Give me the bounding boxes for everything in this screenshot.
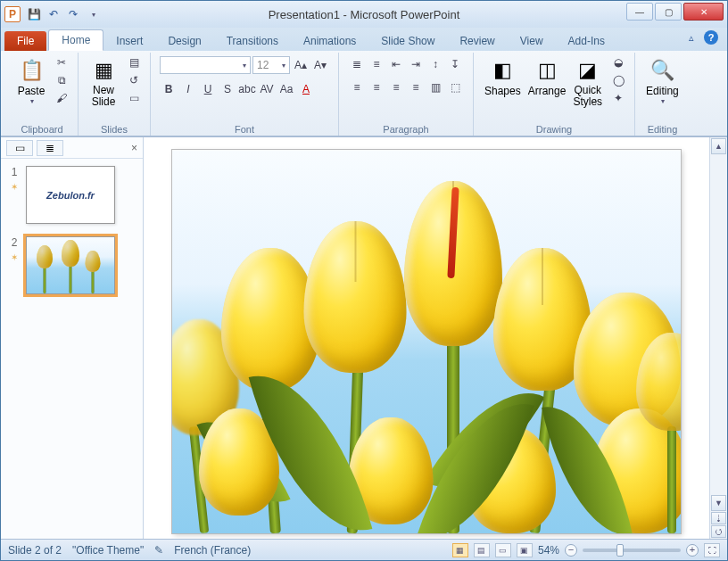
slide-area: ▲ ▼ ⭭ ⭯ xyxy=(144,137,727,539)
thumb-image[interactable]: Zebulon.fr xyxy=(26,166,115,224)
indent-inc-icon[interactable]: ⇥ xyxy=(407,56,425,72)
redo-icon[interactable]: ↷ xyxy=(65,6,81,22)
maximize-button[interactable]: ▢ xyxy=(655,3,682,21)
shape-effects-icon[interactable]: ✦ xyxy=(609,90,627,106)
scroll-track[interactable] xyxy=(711,155,726,476)
font-color-button[interactable]: A xyxy=(297,81,315,97)
align-right-icon[interactable]: ≡ xyxy=(387,79,405,95)
zoom-percent[interactable]: 54% xyxy=(538,544,559,557)
italic-button[interactable]: I xyxy=(179,81,197,97)
bullets-icon[interactable]: ≣ xyxy=(348,56,366,72)
justify-icon[interactable]: ≡ xyxy=(407,79,425,95)
align-left-icon[interactable]: ≡ xyxy=(348,79,366,95)
scroll-up-icon[interactable]: ▲ xyxy=(711,138,726,154)
shadow-button[interactable]: abc xyxy=(238,81,256,97)
underline-button[interactable]: U xyxy=(199,81,217,97)
cut-icon[interactable]: ✂ xyxy=(53,54,70,70)
vertical-scrollbar[interactable]: ▲ ▼ ⭭ ⭯ xyxy=(709,137,727,539)
group-editing: 🔍 Editing ▾ Editing xyxy=(635,53,690,136)
line-spacing-icon[interactable]: ↕ xyxy=(426,56,444,72)
indent-dec-icon[interactable]: ⇤ xyxy=(387,56,405,72)
thumbnail-1[interactable]: 1✶ Zebulon.fr xyxy=(8,166,136,224)
current-slide[interactable] xyxy=(172,150,681,533)
strike-button[interactable]: S xyxy=(219,81,236,97)
reset-icon[interactable]: ↺ xyxy=(125,72,143,88)
window-title: Presentation1 - Microsoft PowerPoint xyxy=(1,8,727,21)
thumb-image[interactable] xyxy=(26,236,115,294)
slide-canvas[interactable] xyxy=(144,137,709,539)
paste-button[interactable]: 📋 Paste ▾ xyxy=(13,54,49,107)
fit-window-icon[interactable]: ⛶ xyxy=(704,543,720,557)
columns-icon[interactable]: ▥ xyxy=(426,79,444,95)
bold-button[interactable]: B xyxy=(160,81,178,97)
chevron-down-icon: ▾ xyxy=(661,97,665,105)
slides-tab-icon[interactable]: ▭ xyxy=(6,140,33,156)
shape-fill-icon[interactable]: ◒ xyxy=(609,54,627,70)
thumbnails: 1✶ Zebulon.fr 2✶ xyxy=(1,159,143,539)
scroll-down-icon[interactable]: ▼ xyxy=(711,495,726,511)
font-size-select[interactable]: 12▾ xyxy=(252,56,290,74)
tab-design[interactable]: Design xyxy=(155,31,213,51)
arrange-label: Arrange xyxy=(528,85,567,97)
tab-home[interactable]: Home xyxy=(48,29,103,51)
spacing-button[interactable]: AV xyxy=(258,81,276,97)
tab-addins[interactable]: Add-Ins xyxy=(556,31,617,51)
arrange-button[interactable]: ◫ Arrange xyxy=(525,54,570,99)
zoom-out-button[interactable]: − xyxy=(565,544,577,557)
quick-styles-button[interactable]: ◪ Quick Styles xyxy=(569,54,606,110)
smartart-icon[interactable]: ⬚ xyxy=(446,79,464,95)
ribbon-minimize-icon[interactable]: ▵ xyxy=(684,30,699,45)
save-icon[interactable]: 💾 xyxy=(26,6,42,22)
prev-slide-icon[interactable]: ⭭ xyxy=(711,512,726,524)
zoom-slider[interactable] xyxy=(583,549,681,552)
copy-icon[interactable]: ⧉ xyxy=(53,72,70,88)
tab-animations[interactable]: Animations xyxy=(291,31,368,51)
shape-outline-icon[interactable]: ◯ xyxy=(609,72,627,88)
format-painter-icon[interactable]: 🖌 xyxy=(53,90,70,106)
tab-file[interactable]: File xyxy=(4,31,46,51)
tab-review[interactable]: Review xyxy=(447,31,507,51)
app-window: P 💾 ↶ ↷ ▾ Presentation1 - Microsoft Powe… xyxy=(0,0,728,561)
shapes-icon: ◧ xyxy=(488,56,517,85)
close-button[interactable]: ✕ xyxy=(683,3,724,21)
tab-insert[interactable]: Insert xyxy=(103,31,155,51)
minimize-button[interactable]: — xyxy=(626,3,653,21)
zoom-in-button[interactable]: + xyxy=(686,544,699,557)
undo-icon[interactable]: ↶ xyxy=(46,6,62,22)
outline-tab-icon[interactable]: ≣ xyxy=(37,140,63,156)
qat-customize-icon[interactable]: ▾ xyxy=(85,6,101,22)
case-button[interactable]: Aa xyxy=(277,81,295,97)
editing-button[interactable]: 🔍 Editing ▾ xyxy=(642,54,682,107)
tab-transitions[interactable]: Transitions xyxy=(214,31,291,51)
shapes-label: Shapes xyxy=(484,85,521,97)
font-family-select[interactable]: ▾ xyxy=(160,56,251,74)
numbering-icon[interactable]: ≡ xyxy=(368,56,385,72)
group-label-clipboard: Clipboard xyxy=(13,123,70,136)
help-icon[interactable]: ? xyxy=(704,30,718,45)
tab-slideshow[interactable]: Slide Show xyxy=(368,31,447,51)
grow-font-icon[interactable]: A▴ xyxy=(292,57,310,73)
slideshow-view-icon[interactable]: ▣ xyxy=(517,543,533,557)
next-slide-icon[interactable]: ⭯ xyxy=(711,525,726,538)
shrink-font-icon[interactable]: A▾ xyxy=(311,57,329,73)
layout-icon[interactable]: ▤ xyxy=(125,54,143,70)
status-language[interactable]: French (France) xyxy=(174,544,251,557)
status-theme: "Office Theme" xyxy=(72,544,144,557)
group-font: ▾ 12▾ A▴ A▾ B I U S abc AV Aa A Font xyxy=(151,53,339,136)
tab-view[interactable]: View xyxy=(508,31,556,51)
reading-view-icon[interactable]: ▭ xyxy=(495,543,511,557)
transition-star-icon: ✶ xyxy=(11,252,18,262)
align-center-icon[interactable]: ≡ xyxy=(368,79,385,95)
new-slide-button[interactable]: ▦ New Slide xyxy=(86,54,121,110)
zoom-thumb[interactable] xyxy=(616,544,624,557)
group-paragraph: ≣ ≡ ⇤ ⇥ ↕ ↧ ≡ ≡ ≡ ≡ ▥ ⬚ Paragraph xyxy=(339,53,474,136)
group-drawing: ◧ Shapes ◫ Arrange ◪ Quick Styles ◒ ◯ ✦ … xyxy=(474,53,635,136)
normal-view-icon[interactable]: ▦ xyxy=(452,543,468,557)
text-direction-icon[interactable]: ↧ xyxy=(446,56,464,72)
sorter-view-icon[interactable]: ▤ xyxy=(474,543,490,557)
section-icon[interactable]: ▭ xyxy=(125,90,143,106)
spellcheck-icon[interactable]: ✎ xyxy=(154,544,163,557)
shapes-button[interactable]: ◧ Shapes xyxy=(481,54,525,99)
close-pane-icon[interactable]: × xyxy=(131,142,137,154)
thumbnail-2[interactable]: 2✶ xyxy=(8,236,136,294)
